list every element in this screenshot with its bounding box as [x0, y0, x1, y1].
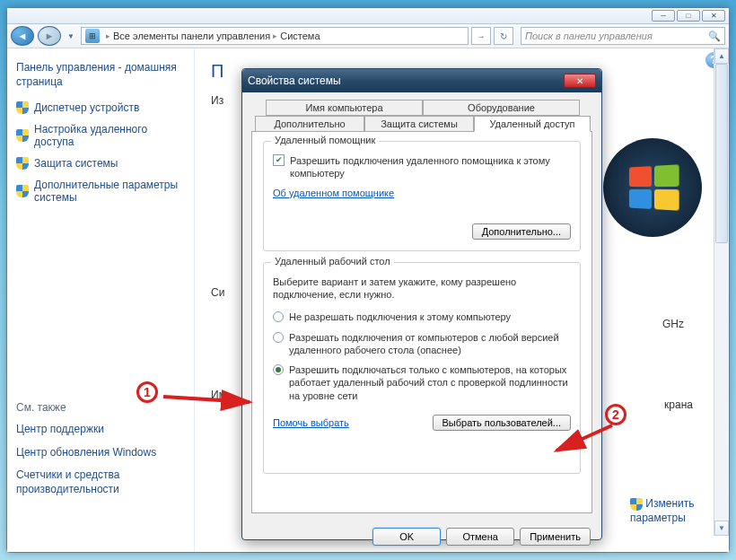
help-choose-link[interactable]: Помочь выбрать [273, 417, 349, 428]
see-also-label: См. также [16, 401, 185, 414]
dialog-footer: OK Отмена Применить [242, 521, 601, 553]
tab-computer-name[interactable]: Имя компьютера [266, 100, 423, 116]
minimize-button[interactable]: ─ [652, 10, 675, 22]
rd-option-deny[interactable] [273, 311, 284, 322]
rd-option-nla[interactable] [273, 364, 284, 375]
ok-button[interactable]: OK [372, 528, 441, 546]
sidebar-item-advanced-settings[interactable]: Дополнительные параметры системы [16, 179, 185, 204]
cancel-button[interactable]: Отмена [446, 528, 514, 546]
close-button[interactable]: ✕ [702, 10, 725, 22]
change-settings-link[interactable]: Изменить параметры [630, 497, 702, 525]
allow-remote-assistance-label: Разрешить подключения удаленного помощни… [290, 154, 571, 180]
sidebar-item-device-manager[interactable]: Диспетчер устройств [16, 101, 185, 114]
nav-history-dropdown[interactable]: ▼ [65, 26, 77, 46]
forward-button[interactable]: ► [38, 26, 61, 46]
sidebar-item-remote-settings[interactable]: Настройка удаленного доступа [16, 123, 185, 148]
scroll-down-button[interactable]: ▼ [714, 521, 729, 536]
seealso-windows-update[interactable]: Центр обновления Windows [16, 446, 185, 460]
scrollbar[interactable]: ▲ ▼ [714, 48, 729, 536]
tab-hardware[interactable]: Оборудование [423, 100, 580, 116]
titlebar: ─ □ ✕ [7, 8, 729, 24]
shield-icon [16, 101, 29, 114]
scroll-up-button[interactable]: ▲ [714, 48, 729, 64]
go-button[interactable]: → [471, 27, 491, 45]
sidebar-home-link[interactable]: Панель управления - домашняя страница [16, 61, 185, 89]
shield-icon [16, 157, 29, 170]
scroll-thumb[interactable] [715, 64, 728, 243]
remote-assistance-group: Удаленный помощник ✔ Разрешить подключен… [263, 141, 581, 251]
seealso-action-center[interactable]: Центр поддержки [16, 423, 185, 437]
breadcrumb-root[interactable]: Все элементы панели управления [113, 31, 270, 41]
allow-remote-assistance-checkbox[interactable]: ✔ [273, 154, 285, 166]
ra-advanced-button[interactable]: Дополнительно... [472, 223, 571, 240]
breadcrumb[interactable]: ⊞ ▸ Все элементы панели управления ▸ Сис… [81, 27, 469, 45]
apply-button[interactable]: Применить [520, 528, 591, 546]
windows-logo [603, 138, 702, 237]
refresh-button[interactable]: ↻ [494, 27, 513, 45]
dialog-close-button[interactable]: ✕ [564, 74, 596, 88]
tab-strip: Имя компьютера Оборудование Дополнительн… [251, 100, 592, 132]
sidebar: Панель управления - домашняя страница Ди… [7, 48, 194, 552]
tab-panel-remote: Удаленный помощник ✔ Разрешить подключен… [251, 131, 592, 513]
remote-desktop-group: Удаленный рабочий стол Выберите вариант … [263, 262, 581, 474]
tab-remote[interactable]: Удаленный доступ [474, 116, 591, 132]
tab-system-protection[interactable]: Защита системы [364, 116, 474, 132]
dialog-titlebar[interactable]: Свойства системы ✕ [242, 69, 601, 92]
seealso-perf-tools[interactable]: Счетчики и средства производительности [16, 468, 185, 496]
address-bar: ◄ ► ▼ ⊞ ▸ Все элементы панели управления… [7, 24, 729, 48]
shield-icon [630, 498, 643, 511]
breadcrumb-current[interactable]: Система [280, 31, 320, 41]
back-button[interactable]: ◄ [11, 26, 34, 46]
shield-icon [16, 185, 29, 197]
system-properties-dialog: Свойства системы ✕ Имя компьютера Оборуд… [241, 68, 602, 540]
search-input[interactable]: Поиск в панели управления 🔍 [521, 27, 725, 45]
control-panel-icon: ⊞ [85, 29, 100, 43]
select-users-button[interactable]: Выбрать пользователей... [433, 415, 572, 431]
maximize-button[interactable]: □ [677, 10, 700, 22]
tab-advanced[interactable]: Дополнительно [255, 116, 364, 132]
rd-option-any[interactable] [273, 332, 284, 343]
shield-icon [16, 129, 29, 142]
about-remote-assistance-link[interactable]: Об удаленном помощнике [273, 188, 571, 198]
dialog-title: Свойства системы [248, 74, 341, 87]
sidebar-item-system-protection[interactable]: Защита системы [16, 157, 185, 170]
